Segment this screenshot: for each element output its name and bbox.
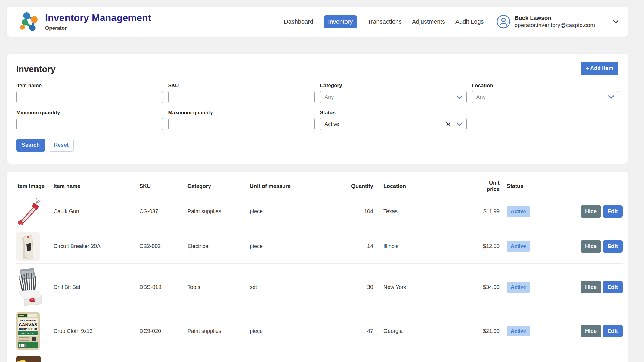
col-unit-price: Unit price — [475, 180, 500, 192]
field-location: Location — [472, 83, 619, 103]
cell-item-name: Drill Bit Set — [54, 284, 139, 290]
user-name: Buck Lawson — [515, 15, 595, 21]
nav-transactions[interactable]: Transactions — [367, 18, 402, 25]
edit-button[interactable]: Edit — [603, 281, 623, 293]
user-menu-chevron[interactable] — [612, 20, 619, 24]
col-unit: Unit of measure — [250, 183, 351, 189]
app-role: Operator — [45, 25, 151, 31]
location-chevron[interactable] — [608, 95, 614, 99]
search-button[interactable]: Search — [16, 139, 45, 152]
col-sku: SKU — [139, 183, 187, 189]
status-chevron[interactable] — [457, 122, 463, 126]
edit-button[interactable]: Edit — [603, 205, 623, 218]
max-quantity-input[interactable] — [168, 118, 315, 130]
cell-quantity: 47 — [351, 328, 373, 334]
nav-audit-logs[interactable]: Audit Logs — [455, 18, 484, 25]
circuit-breaker-image — [16, 232, 40, 261]
status-label: Status — [320, 110, 467, 116]
cell-category: Electrical — [187, 243, 250, 250]
cell-unit: piece — [250, 243, 351, 250]
cell-sku: CG-037 — [139, 208, 187, 215]
cell-unit-price: $21.99 — [475, 328, 500, 334]
location-select[interactable] — [472, 91, 619, 103]
svg-text:DROP CLOTH: DROP CLOTH — [19, 327, 37, 330]
cell-quantity: 14 — [351, 243, 373, 250]
cell-category: Paint supplies — [187, 208, 250, 215]
brand-text: Inventory Management Operator — [45, 12, 151, 31]
nav-dashboard[interactable]: Dashboard — [284, 18, 313, 25]
svg-text:MEDIUM WEIGHT: MEDIUM WEIGHT — [20, 319, 36, 321]
cell-actions: Hide Edit — [545, 281, 623, 293]
edit-button[interactable]: Edit — [603, 240, 623, 253]
cell-actions: Hide Edit — [545, 240, 623, 253]
table-row: MEDIUM WEIGHT CANVAS DROP CLOTH SIZE: 9X… — [16, 311, 623, 351]
filter-head: Inventory + Add item — [16, 62, 618, 75]
hide-button[interactable]: Hide — [581, 240, 601, 253]
status-select[interactable] — [320, 118, 467, 130]
cell-item-name: Circuit Breaker 20A — [54, 243, 139, 250]
field-item-name: Item name — [16, 83, 163, 103]
dust-mask-image — [16, 356, 41, 362]
min-quantity-input[interactable] — [16, 118, 163, 130]
cell-quantity: 30 — [351, 284, 373, 290]
min-quantity-label: Minimum quantity — [16, 110, 163, 116]
cell-unit-price: $11.99 — [475, 208, 500, 215]
col-status: Status — [500, 183, 545, 189]
user-avatar-icon — [497, 15, 510, 29]
molecule-logo-icon — [19, 12, 39, 32]
cell-status: Active — [500, 206, 545, 217]
caulk-gun-image — [16, 196, 43, 227]
field-min-quantity: Minimum quantity — [16, 110, 163, 130]
cell-status: Active — [500, 241, 545, 252]
user-email: operator.inventory@caspio.com — [515, 22, 595, 29]
cell-unit: set — [250, 284, 351, 290]
status-badge: Active — [507, 326, 530, 336]
hide-button[interactable]: Hide — [581, 281, 601, 293]
category-select[interactable] — [320, 91, 467, 103]
status-clear-x-icon[interactable] — [446, 121, 451, 127]
reset-button[interactable]: Reset — [49, 139, 74, 152]
cell-item-name: Caulk Gun — [54, 208, 139, 215]
col-item-image: Item image — [16, 183, 54, 189]
category-label: Category — [320, 83, 467, 89]
cell-category: Paint supplies — [187, 328, 250, 334]
status-badge: Active — [507, 282, 530, 293]
edit-button[interactable]: Edit — [603, 325, 623, 337]
cell-sku: DC9-020 — [139, 328, 187, 334]
item-name-input[interactable] — [16, 91, 163, 103]
field-category: Category — [320, 83, 467, 103]
max-quantity-label: Maximum quantity — [168, 110, 315, 116]
user-text: Buck Lawson operator.inventory@caspio.co… — [515, 15, 595, 29]
cell-actions: Hide Edit — [545, 205, 623, 218]
app-root: Inventory Management Operator Dashboard … — [0, 0, 644, 362]
table-row: Caulk Gun CG-037 Paint supplies piece 10… — [16, 194, 623, 229]
status-badge: Active — [507, 241, 530, 252]
filter-panel: Inventory + Add item Item name SKU Categ… — [7, 54, 628, 164]
sku-input[interactable] — [168, 91, 315, 103]
cell-sku: DBS-019 — [139, 284, 187, 290]
add-item-button[interactable]: + Add item — [581, 62, 618, 75]
item-image-drop-cloth: MEDIUM WEIGHT CANVAS DROP CLOTH SIZE: 9X… — [16, 312, 54, 350]
cell-location: New York — [373, 284, 475, 290]
app-header: Inventory Management Operator Dashboard … — [7, 7, 628, 37]
cell-quantity: 104 — [351, 208, 373, 215]
hide-button[interactable]: Hide — [581, 325, 601, 337]
chevron-down-icon — [608, 95, 614, 99]
inventory-table: Item image Item name SKU Category Unit o… — [7, 172, 628, 362]
table-row: Dust Mask 20pk DM2-048 Safety pack 80 Fl… — [16, 351, 623, 362]
category-chevron[interactable] — [457, 95, 463, 99]
user-menu[interactable]: Buck Lawson operator.inventory@caspio.co… — [497, 15, 595, 29]
cell-actions: Hide Edit — [545, 325, 623, 337]
field-sku: SKU — [168, 83, 315, 103]
hide-button[interactable]: Hide — [581, 205, 601, 218]
field-status: Status — [320, 110, 467, 130]
table-header-row: Item image Item name SKU Category Unit o… — [16, 178, 623, 194]
sku-label: SKU — [168, 83, 315, 89]
clear-x-icon — [446, 121, 451, 127]
cell-unit: piece — [250, 208, 351, 215]
chevron-down-icon — [457, 95, 463, 99]
nav-inventory[interactable]: Inventory — [324, 15, 357, 28]
nav-adjustments[interactable]: Adjustments — [412, 18, 445, 25]
field-max-quantity: Maximum quantity — [168, 110, 315, 130]
cell-status: Active — [500, 326, 545, 336]
